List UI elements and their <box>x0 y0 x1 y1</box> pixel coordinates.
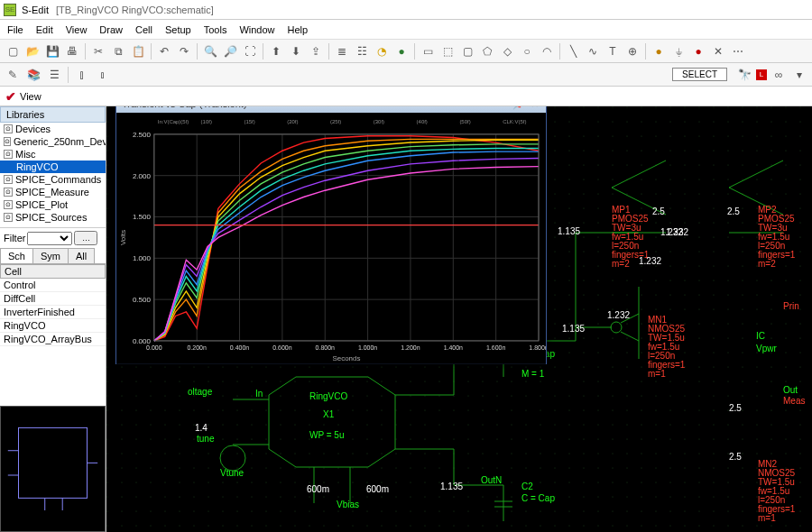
pointer-icon[interactable]: ⬚ <box>438 42 457 60</box>
print-icon[interactable]: 🖶 <box>63 42 81 60</box>
more-icon[interactable]: ⋯ <box>729 42 747 60</box>
menu-file[interactable]: File <box>7 24 23 35</box>
filter-clear-button[interactable]: … <box>74 231 97 245</box>
tab-sch[interactable]: Sch <box>0 248 33 263</box>
svg-text:RingVCO: RingVCO <box>309 391 347 401</box>
rect-icon[interactable]: ▢ <box>458 42 476 60</box>
up-icon[interactable]: ⬆ <box>267 42 285 60</box>
lib-item-spice-plot[interactable]: ⊙SPICE_Plot <box>0 198 106 211</box>
layers-icon[interactable]: ≣ <box>333 42 351 60</box>
drc-icon[interactable]: ● <box>392 42 411 60</box>
export-icon[interactable]: ⇪ <box>307 42 325 60</box>
open-icon[interactable]: 📂 <box>23 42 42 60</box>
menu-help[interactable]: Help <box>288 24 309 35</box>
lib-item-devices[interactable]: ⊙Devices <box>0 123 106 135</box>
svg-text:1.400n: 1.400n <box>444 344 463 351</box>
svg-text:0.000: 0.000 <box>146 344 162 351</box>
lib-item-misc[interactable]: ⊙Misc <box>0 148 106 161</box>
menu-view[interactable]: View <box>66 24 88 35</box>
books-icon[interactable]: 📚 <box>24 66 42 84</box>
cell-item[interactable]: RingVCO_ArrayBus <box>0 333 106 346</box>
svg-text:(25f): (25f) <box>330 119 341 124</box>
net-icon[interactable]: ∿ <box>584 42 602 60</box>
vdd-icon[interactable]: ● <box>689 42 707 60</box>
lib-icon: ⊙ <box>4 175 13 184</box>
menu-tools[interactable]: Tools <box>204 24 227 35</box>
lib-item-spice-measure[interactable]: ⊙SPICE_Measure <box>0 186 106 198</box>
plot-titlebar[interactable]: Transient vs Cap (Transient) 📌 ✕ <box>116 106 546 113</box>
cell-item[interactable]: InverterFinished <box>0 306 106 319</box>
align-icon[interactable]: ⫿ <box>73 66 91 84</box>
svg-text:Vtune: Vtune <box>220 468 245 478</box>
undo-icon[interactable]: ↶ <box>155 42 173 60</box>
stack-icon[interactable]: ☷ <box>353 42 371 60</box>
label-icon[interactable]: T <box>604 42 622 60</box>
polygon-icon[interactable]: ⬠ <box>478 42 496 60</box>
zoom-fit-icon[interactable]: ⛶ <box>241 42 259 60</box>
palette-icon[interactable]: ◔ <box>373 42 391 60</box>
cell-tabs: Sch Sym All <box>0 248 106 264</box>
cell-item[interactable]: Control <box>0 279 106 292</box>
scope-icon[interactable]: 🔭 <box>735 66 753 84</box>
arc-icon[interactable]: ◠ <box>538 42 556 60</box>
svg-text:1.135: 1.135 <box>558 226 580 236</box>
cell-item[interactable]: RingVCO <box>0 319 106 333</box>
pin-icon[interactable]: ⊕ <box>623 42 641 60</box>
lib-item-ringvco[interactable]: RingVCO <box>0 161 106 173</box>
cut-icon[interactable]: ✂ <box>89 42 107 60</box>
align2-icon[interactable]: ⫾ <box>94 66 112 84</box>
tab-all[interactable]: All <box>68 248 95 263</box>
cell-item[interactable]: DiffCell <box>0 292 106 306</box>
filter-select[interactable] <box>27 232 72 245</box>
check-icon: ✔ <box>5 89 16 104</box>
svg-text:1.000n: 1.000n <box>358 344 377 351</box>
plot-close-icon[interactable]: ✕ <box>528 106 540 110</box>
svg-text:(40f): (40f) <box>417 119 428 124</box>
app-icon: SE <box>4 4 16 16</box>
cell-list: Control DiffCell InverterFinished RingVC… <box>0 279 106 346</box>
wire-icon[interactable]: ╲ <box>564 42 582 60</box>
menu-edit[interactable]: Edit <box>36 24 53 35</box>
svg-text:0.800n: 0.800n <box>316 344 335 351</box>
select-icon[interactable]: ▭ <box>419 42 437 60</box>
gnd-icon[interactable]: ⏚ <box>669 42 687 60</box>
new-icon[interactable]: ▢ <box>4 42 22 60</box>
svg-text:oltage: oltage <box>188 387 213 397</box>
menu-setup[interactable]: Setup <box>165 24 191 35</box>
lib-item-generic[interactable]: ⊙Generic_250nm_Devic <box>0 135 106 148</box>
layer-indicator-icon[interactable]: L <box>756 69 767 80</box>
menu-cell[interactable]: Cell <box>135 24 152 35</box>
svg-text:1.800n: 1.800n <box>529 344 546 351</box>
zoom-in-icon[interactable]: 🔍 <box>201 42 219 60</box>
svg-text:WP = 5u: WP = 5u <box>309 430 344 440</box>
probe-icon[interactable]: ● <box>650 42 668 60</box>
menu-draw[interactable]: Draw <box>99 24 123 35</box>
save-icon[interactable]: 💾 <box>43 42 61 60</box>
plot-window[interactable]: Transient vs Cap (Transient) 📌 ✕ 0.0000.… <box>115 106 547 364</box>
svg-text:1.135: 1.135 <box>440 482 463 491</box>
down-icon[interactable]: ⬇ <box>287 42 305 60</box>
title-bar: SE S-Edit [TB_RingVCO RingVCO:schematic] <box>0 0 812 20</box>
cross-icon[interactable]: ✕ <box>709 42 727 60</box>
stack2-icon[interactable]: ☰ <box>45 66 63 84</box>
svg-text:600m: 600m <box>366 484 389 494</box>
link-icon[interactable]: ∞ <box>770 66 788 84</box>
copy-icon[interactable]: ⧉ <box>109 42 127 60</box>
plot-pin-icon[interactable]: 📌 <box>512 106 525 110</box>
script-icon[interactable]: ✎ <box>4 66 22 84</box>
path-icon[interactable]: ◇ <box>498 42 516 60</box>
svg-text:Seconds: Seconds <box>332 354 360 362</box>
redo-icon[interactable]: ↷ <box>175 42 193 60</box>
zoom-out-icon[interactable]: 🔎 <box>221 42 239 60</box>
schematic-canvas[interactable]: MP1 PMOS25 TW=3u fw=1.5u l=250n fingers=… <box>106 106 812 532</box>
tab-sym[interactable]: Sym <box>32 248 69 263</box>
lib-item-spice-sources[interactable]: ⊙SPICE_Sources <box>0 211 106 224</box>
menu-window[interactable]: Window <box>239 24 274 35</box>
paste-icon[interactable]: 📋 <box>129 42 147 60</box>
lib-label: Misc <box>15 149 36 160</box>
circle-icon[interactable]: ○ <box>518 42 536 60</box>
dropdown-icon[interactable]: ▾ <box>790 66 808 84</box>
svg-text:CLK:V(5f): CLK:V(5f) <box>503 119 526 124</box>
filter-row: Filter … <box>0 227 106 248</box>
lib-item-spice-commands[interactable]: ⊙SPICE_Commands <box>0 173 106 186</box>
